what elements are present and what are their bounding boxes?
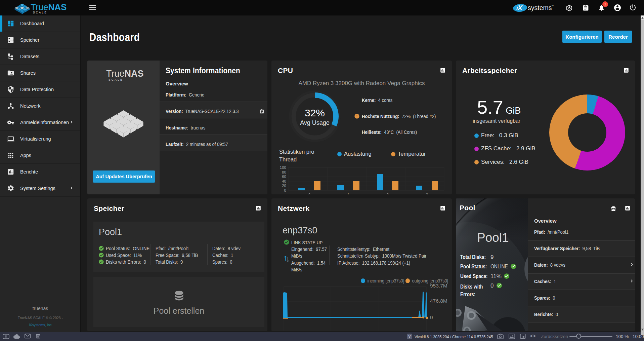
svg-text:100: 100 [280,165,286,169]
svg-text:™: ™ [551,5,554,7]
svg-text:X: X [517,4,523,11]
svg-text:20: 20 [282,184,286,188]
svg-text:40: 40 [282,179,286,183]
svg-text:1: 1 [347,193,349,194]
svg-text:953.7M: 953.7M [430,283,447,289]
svg-text:TrueNAS: TrueNAS [106,69,144,79]
svg-text:80: 80 [282,170,286,174]
svg-text:3: 3 [426,193,428,194]
svg-text:SCALE: SCALE [109,78,123,81]
svg-text:SCALE: SCALE [33,11,47,14]
svg-text:60: 60 [282,175,286,179]
svg-text:2: 2 [387,193,389,194]
svg-text:systems: systems [528,4,552,11]
svg-text:0: 0 [308,193,310,194]
svg-text:476.8M: 476.8M [430,298,447,304]
svg-text:0: 0 [284,188,286,192]
svg-text:0: 0 [430,314,433,320]
